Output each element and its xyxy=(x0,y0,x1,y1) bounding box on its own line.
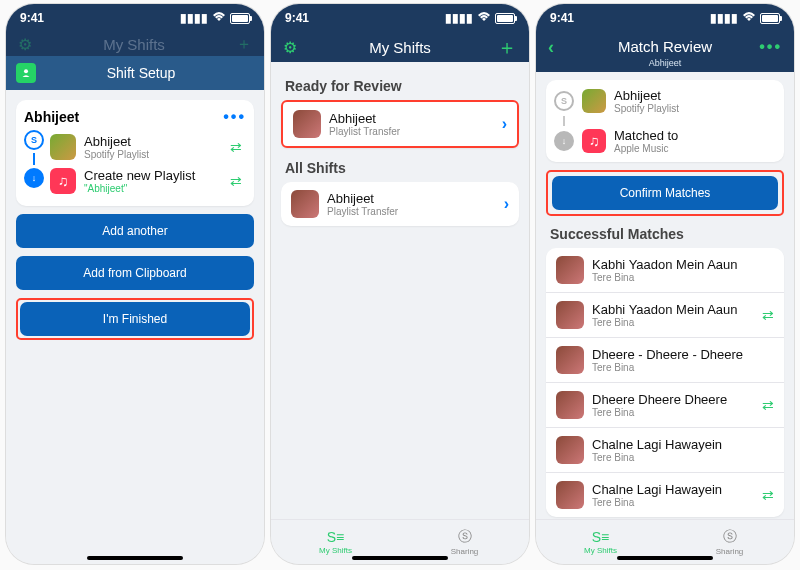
sharing-icon: ⓢ xyxy=(723,528,737,546)
dest-circle-icon: ↓ xyxy=(24,168,44,188)
source-ring-icon: S xyxy=(554,91,574,111)
swap-icon[interactable]: ⇄ xyxy=(762,307,774,323)
signal-icon: ▮▮▮▮ xyxy=(180,11,208,25)
swap-icon[interactable]: ⇄ xyxy=(230,173,242,189)
add-from-clipboard-button[interactable]: Add from Clipboard xyxy=(16,256,254,290)
add-button[interactable]: ＋ xyxy=(487,34,517,61)
battery-icon xyxy=(760,13,780,24)
screen-shift-setup: 9:41 ▮▮▮▮ ⚙ My Shifts ＋ Shift Setup xyxy=(6,4,264,564)
add-another-button[interactable]: Add another xyxy=(16,214,254,248)
section-all-label: All Shifts xyxy=(285,160,515,176)
confirm-matches-button[interactable]: Confirm Matches xyxy=(552,176,778,210)
shift-card: Abhijeet ••• S ↓ Abhijeet Spotify Playli… xyxy=(16,100,254,206)
status-bar: 9:41 ▮▮▮▮ xyxy=(6,4,264,32)
gear-icon: ⚙ xyxy=(18,35,32,54)
battery-icon xyxy=(230,13,250,24)
screen-my-shifts: 9:41 ▮▮▮▮ ⚙ My Shifts ＋ Ready for Review… xyxy=(271,4,529,564)
contact-icon xyxy=(16,63,36,83)
match-row[interactable]: Dheere - Dheere - DheereTere Bina xyxy=(546,337,784,382)
dest-ring-icon: ↓ xyxy=(554,131,574,151)
section-ready-label: Ready for Review xyxy=(285,78,515,94)
ready-review-item[interactable]: Abhijeet Playlist Transfer › xyxy=(283,102,517,146)
matches-list: Kabhi Yaadon Mein AaunTere BinaKabhi Yaa… xyxy=(546,248,784,517)
home-indicator[interactable] xyxy=(87,556,183,560)
chevron-right-icon: › xyxy=(504,195,509,213)
track-thumb xyxy=(556,481,584,509)
match-row[interactable]: Kabhi Yaadon Mein AaunTere Bina xyxy=(546,248,784,292)
page-title: Match Review xyxy=(578,39,752,56)
match-row[interactable]: Chalne Lagi HawayeinTere Bina xyxy=(546,427,784,472)
swap-icon[interactable]: ⇄ xyxy=(762,487,774,503)
wifi-icon xyxy=(212,11,226,25)
shifts-icon: S≡ xyxy=(327,529,345,545)
source-circle-icon: S xyxy=(24,130,44,150)
panel-header: Shift Setup xyxy=(6,56,264,90)
status-time: 9:41 xyxy=(20,11,44,25)
wifi-icon xyxy=(742,11,756,25)
track-thumb xyxy=(556,301,584,329)
page-title: My Shifts xyxy=(313,39,487,56)
playlist-thumb xyxy=(291,190,319,218)
apple-music-icon: ♫ xyxy=(582,129,606,153)
sharing-icon: ⓢ xyxy=(458,528,472,546)
status-time: 9:41 xyxy=(285,11,309,25)
swap-icon[interactable]: ⇄ xyxy=(762,397,774,413)
screen-match-review: 9:41 ▮▮▮▮ ‹ Match Review ••• Abhijeet S xyxy=(536,4,794,564)
dest-sub: "Abhijeet" xyxy=(84,183,222,194)
spotify-icon xyxy=(582,89,606,113)
card-menu-icon[interactable]: ••• xyxy=(223,108,246,126)
status-bar: 9:41 ▮▮▮▮ xyxy=(536,4,794,32)
track-thumb xyxy=(556,346,584,374)
match-row[interactable]: Kabhi Yaadon Mein AaunTere Bina⇄ xyxy=(546,292,784,337)
wifi-icon xyxy=(477,11,491,25)
track-thumb xyxy=(556,391,584,419)
spotify-icon xyxy=(50,134,76,160)
signal-icon: ▮▮▮▮ xyxy=(445,11,473,25)
back-button[interactable]: ‹ xyxy=(548,37,578,58)
dest-name: Create new Playlist xyxy=(84,168,222,183)
status-time: 9:41 xyxy=(550,11,574,25)
apple-music-icon: ♫ xyxy=(50,168,76,194)
playlist-thumb xyxy=(293,110,321,138)
signal-icon: ▮▮▮▮ xyxy=(710,11,738,25)
section-success-label: Successful Matches xyxy=(550,226,780,242)
im-finished-button[interactable]: I'm Finished xyxy=(20,302,250,336)
shifts-icon: S≡ xyxy=(592,529,610,545)
all-shifts-item[interactable]: Abhijeet Playlist Transfer › xyxy=(281,182,519,226)
svg-point-1 xyxy=(24,69,28,73)
source-sub: Spotify Playlist xyxy=(84,149,222,160)
page-subtitle: Abhijeet xyxy=(536,58,794,72)
swap-icon[interactable]: ⇄ xyxy=(230,139,242,155)
home-indicator[interactable] xyxy=(352,556,448,560)
track-thumb xyxy=(556,256,584,284)
match-flow-panel: S Abhijeet Spotify Playlist ↓ ♫ Matched … xyxy=(546,80,784,162)
flow-indicator: S ↓ xyxy=(24,130,44,198)
match-row[interactable]: Chalne Lagi HawayeinTere Bina⇄ xyxy=(546,472,784,517)
plus-icon: ＋ xyxy=(236,34,252,55)
settings-button[interactable]: ⚙ xyxy=(283,38,313,57)
card-title: Abhijeet xyxy=(24,109,79,125)
chevron-right-icon: › xyxy=(502,115,507,133)
panel-title: Shift Setup xyxy=(48,65,234,81)
status-bar: 9:41 ▮▮▮▮ xyxy=(271,4,529,32)
match-row[interactable]: Dheere Dheere DheereTere Bina⇄ xyxy=(546,382,784,427)
battery-icon xyxy=(495,13,515,24)
track-thumb xyxy=(556,436,584,464)
more-button[interactable]: ••• xyxy=(752,38,782,56)
dimmed-header: ⚙ My Shifts ＋ xyxy=(6,32,264,56)
home-indicator[interactable] xyxy=(617,556,713,560)
source-name: Abhijeet xyxy=(84,134,222,149)
